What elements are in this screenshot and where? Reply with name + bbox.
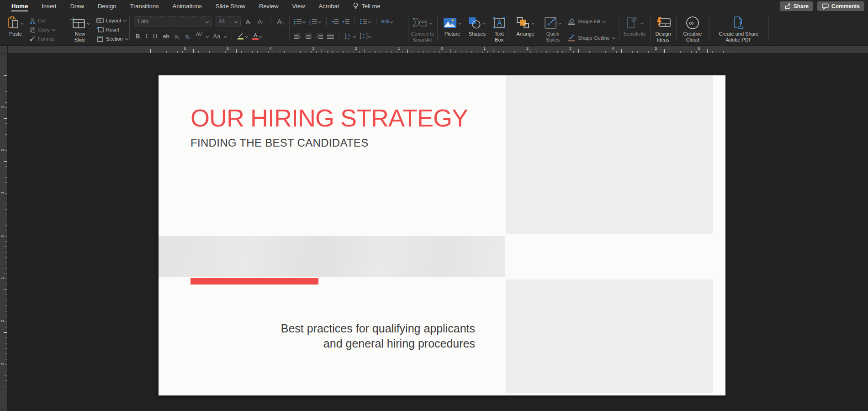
menu-item-transitions[interactable]: Transitions [123, 0, 165, 12]
align-right-button[interactable] [315, 33, 324, 39]
cut-scissors-icon [29, 17, 36, 24]
font-color-button[interactable]: A [251, 33, 264, 40]
strikethrough-button[interactable]: ab [161, 33, 171, 40]
bold-letter: B [136, 33, 140, 40]
font-family-select[interactable]: Lato [134, 16, 212, 26]
bold-button[interactable]: B [134, 33, 142, 40]
menu-item-slide-show[interactable]: Slide Show [209, 0, 252, 12]
convert-to-smartart-button[interactable]: Convert to SmartArt [408, 15, 437, 45]
menu-item-review[interactable]: Review [252, 0, 286, 12]
format-painter-button[interactable]: Format [29, 35, 56, 42]
increase-indent-button[interactable] [341, 19, 351, 25]
ribbon: Paste Cut Copy Format [0, 12, 868, 46]
line-spacing-button[interactable] [359, 18, 372, 25]
layout-button[interactable]: Layout [96, 16, 129, 24]
superscript-button[interactable]: x2 [173, 33, 182, 40]
shape-fill-outline-buttons: Shape Fill Shape Outline [567, 15, 616, 45]
chevron-down-icon [429, 21, 433, 25]
align-left-button[interactable] [293, 33, 302, 39]
align-center-button[interactable] [304, 33, 313, 39]
h-ruler-number: 6 [698, 46, 700, 51]
layout-label: Layout [106, 18, 121, 23]
cut-button[interactable]: Cut [29, 16, 56, 24]
italic-button[interactable]: I [143, 32, 149, 40]
menu-item-tell-me[interactable]: Tell me [346, 0, 387, 12]
new-slide-button[interactable]: New Slide [67, 15, 93, 45]
h-ruler-number: 1 [398, 46, 400, 51]
highlight-color-button[interactable] [236, 32, 249, 40]
quick-styles-label: Quick Styles [543, 31, 562, 43]
v-ruler-number: 1 [0, 191, 5, 194]
placeholder-box-bottom-right[interactable] [506, 279, 713, 393]
bullets-button[interactable] [293, 18, 307, 25]
reset-button[interactable]: Reset [96, 26, 129, 33]
shape-fill-button[interactable]: Shape Fill [567, 17, 616, 25]
share-button[interactable]: Share [780, 1, 813, 11]
grow-caret-icon: ˆ [250, 21, 251, 26]
paste-button[interactable]: Paste [5, 15, 26, 45]
shapes-button[interactable]: Shapes [466, 15, 488, 45]
sensitivity-group: Sensitivity [619, 12, 650, 45]
menu-item-design[interactable]: Design [91, 0, 123, 12]
design-ideas-button[interactable]: Design Ideas [650, 15, 676, 45]
menu-label: Design [98, 3, 116, 10]
shrink-font-button[interactable]: Aˇ [256, 18, 265, 25]
shape-outline-label: Shape Outline [578, 35, 610, 41]
divider [232, 32, 232, 40]
align-text-button[interactable] [359, 33, 373, 39]
menu-item-home[interactable]: Home [5, 0, 35, 12]
creative-cloud-button[interactable]: ∞ Creative Cloud [676, 15, 709, 45]
columns-button[interactable] [380, 19, 394, 24]
change-case-button[interactable]: Aa [211, 33, 222, 40]
v-ruler-number: 0 [0, 234, 5, 237]
subscript-button[interactable]: x2 [184, 33, 192, 40]
clear-formatting-button[interactable]: A◇ [275, 18, 286, 25]
reset-icon [96, 26, 104, 32]
photo-strip-placeholder[interactable] [159, 236, 505, 277]
grow-font-letter: A [245, 18, 250, 26]
arrange-icon [516, 16, 530, 29]
menu-item-draw[interactable]: Draw [64, 0, 91, 12]
text-box-button[interactable]: A Text Box [490, 15, 508, 45]
menu-item-insert[interactable]: Insert [35, 0, 64, 12]
slide-body-text[interactable]: Best practices for qualifying applicants… [192, 321, 475, 351]
menu-item-view[interactable]: View [286, 0, 312, 12]
comments-button[interactable]: Comments [817, 1, 864, 11]
format-label: Format [38, 36, 54, 42]
comments-label: Comments [831, 3, 860, 10]
slide[interactable]: OUR HIRING STRATEGY FINDING THE BEST CAN… [159, 75, 725, 395]
slides-small-buttons: Layout Reset Section [96, 15, 129, 45]
font-size-select[interactable]: 44 [215, 16, 241, 26]
numbering-button[interactable]: 123 [308, 18, 323, 25]
chevron-down-icon [603, 20, 606, 23]
placeholder-box-top-right[interactable] [506, 75, 713, 234]
underline-button[interactable]: U [151, 33, 159, 40]
section-label: Section [106, 36, 123, 42]
menu-item-acrobat[interactable]: Acrobat [312, 0, 346, 12]
slide-title-text[interactable]: OUR HIRING STRATEGY [191, 104, 468, 132]
accent-bar[interactable] [191, 278, 318, 285]
menu-item-animations[interactable]: Animations [166, 0, 209, 12]
chevron-down-icon [206, 35, 209, 38]
justify-button[interactable] [326, 33, 335, 39]
text-direction-button[interactable]: A [343, 33, 357, 40]
sensitivity-button[interactable]: Sensitivity [619, 15, 650, 45]
chevron-down-icon [482, 21, 486, 25]
decrease-indent-button[interactable] [330, 19, 340, 25]
character-spacing-button[interactable]: AV ↔ [194, 32, 204, 39]
grow-font-button[interactable]: Aˆ [243, 18, 253, 26]
ribbon-spacer [768, 12, 868, 45]
section-button[interactable]: Section [96, 35, 129, 42]
quick-styles-button[interactable]: Quick Styles [542, 15, 564, 45]
h-ruler-number: 1 [483, 46, 486, 51]
shapes-label: Shapes [469, 31, 486, 37]
v-ruler-number: 2 [0, 148, 5, 151]
picture-button[interactable]: Picture [441, 15, 464, 45]
copy-button[interactable]: Copy [29, 26, 56, 33]
create-share-adobe-pdf-button[interactable]: Create and Share Adobe PDF [709, 15, 768, 45]
slide-subtitle-text[interactable]: FINDING THE BEST CANDIDATES [191, 137, 369, 149]
arrange-button[interactable]: Arrange [513, 15, 538, 45]
bullets-icon [294, 18, 302, 25]
shape-outline-button[interactable]: Shape Outline [567, 34, 616, 42]
chevron-down-icon [245, 35, 249, 38]
